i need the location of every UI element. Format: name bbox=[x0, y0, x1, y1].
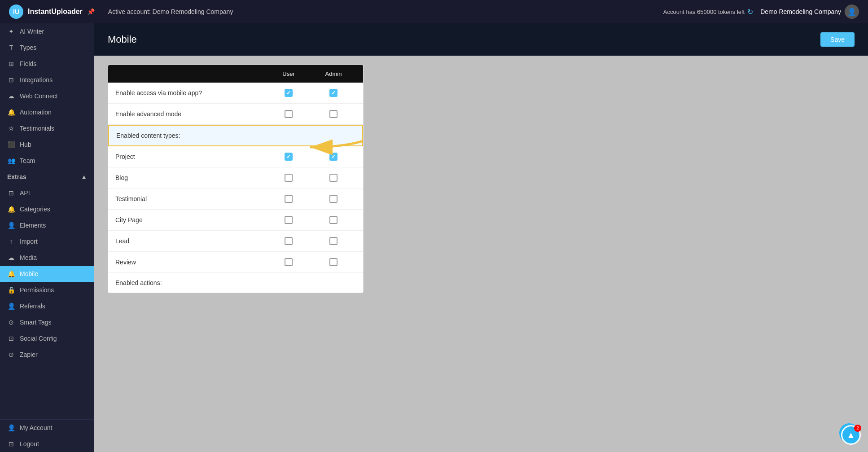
checkbox-cell-admin[interactable] bbox=[311, 174, 356, 182]
sidebar-item-api[interactable]: ⊡ API bbox=[0, 185, 94, 201]
sidebar-item-smart-tags[interactable]: ⊙ Smart Tags bbox=[0, 314, 94, 330]
row-label: Blog bbox=[115, 174, 266, 181]
checkbox-admin-advanced-mode[interactable] bbox=[329, 110, 338, 118]
tokens-label: Account has 650000 tokens left bbox=[663, 9, 745, 15]
sidebar-label-team: Team bbox=[20, 157, 35, 164]
table-row: City Page bbox=[108, 210, 363, 231]
sidebar-item-import[interactable]: ↑ Import bbox=[0, 233, 94, 250]
table-row: Project bbox=[108, 146, 363, 167]
app-name: InstantUploader bbox=[28, 8, 83, 16]
checkbox-cell-user[interactable] bbox=[266, 195, 311, 203]
sidebar-item-categories[interactable]: 🔔 Categories bbox=[0, 201, 94, 217]
row-label: Enable access via mobile app? bbox=[115, 89, 266, 97]
logo-icon[interactable]: IU bbox=[9, 4, 23, 19]
sidebar-label-mobile: Mobile bbox=[20, 270, 38, 277]
refresh-icon[interactable]: ↻ bbox=[747, 8, 753, 16]
sidebar-item-testimonials[interactable]: ✫ Testimonials bbox=[0, 120, 94, 136]
sidebar-label-smart-tags: Smart Tags bbox=[20, 319, 52, 326]
sidebar-item-automation[interactable]: 🔔 Automation bbox=[0, 104, 94, 120]
sidebar: ✦ AI Writer T Types ⊞ Fields ⊡ Integrati… bbox=[0, 23, 94, 452]
checkbox-user-mobile-access[interactable] bbox=[285, 89, 293, 97]
row-label-enabled-actions: Enabled actions: bbox=[115, 279, 266, 286]
sidebar-bottom: 👤 My Account ⊡ Logout bbox=[0, 419, 94, 452]
sidebar-label-categories: Categories bbox=[20, 206, 50, 213]
media-icon: ☁ bbox=[7, 254, 15, 261]
sidebar-label-import: Import bbox=[20, 238, 38, 245]
checkbox-user-testimonial[interactable] bbox=[285, 195, 293, 203]
sidebar-item-team[interactable]: 👥 Team bbox=[0, 153, 94, 169]
checkbox-admin-blog[interactable] bbox=[329, 174, 338, 182]
sidebar-item-referrals[interactable]: 👤 Referrals bbox=[0, 298, 94, 314]
table-header-item bbox=[115, 70, 266, 77]
layout: ✦ AI Writer T Types ⊞ Fields ⊡ Integrati… bbox=[0, 23, 868, 452]
checkbox-cell-user[interactable] bbox=[266, 89, 311, 97]
checkbox-cell-admin[interactable] bbox=[311, 216, 356, 224]
mobile-icon: 🔔 bbox=[7, 270, 15, 277]
my-account-icon: 👤 bbox=[7, 424, 15, 431]
pin-icon[interactable]: 📌 bbox=[87, 8, 95, 15]
checkbox-admin-lead[interactable] bbox=[329, 237, 338, 245]
sidebar-item-logout[interactable]: ⊡ Logout bbox=[0, 436, 94, 452]
checkbox-user-lead[interactable] bbox=[285, 237, 293, 245]
sidebar-item-permissions[interactable]: 🔒 Permissions bbox=[0, 282, 94, 298]
sidebar-item-integrations[interactable]: ⊡ Integrations bbox=[0, 72, 94, 88]
checkbox-cell-user[interactable] bbox=[266, 258, 311, 266]
sidebar-item-web-connect[interactable]: ☁ Web Connect bbox=[0, 88, 94, 104]
sidebar-item-zapier[interactable]: ⊙ Zapier bbox=[0, 347, 94, 363]
notification-badge: 2 bbox=[854, 425, 861, 432]
checkbox-cell-admin[interactable] bbox=[311, 258, 356, 266]
referrals-icon: 👤 bbox=[7, 303, 15, 310]
scroll-top-button[interactable]: ▲ 2 bbox=[841, 425, 861, 445]
checkbox-user-project[interactable] bbox=[285, 153, 293, 161]
page-header: Mobile Save bbox=[94, 23, 868, 56]
checkbox-cell-user[interactable] bbox=[266, 174, 311, 182]
checkbox-user-advanced-mode[interactable] bbox=[285, 110, 293, 118]
sidebar-item-social-config[interactable]: ⊡ Social Config bbox=[0, 330, 94, 347]
checkbox-cell-admin[interactable] bbox=[311, 89, 356, 97]
checkbox-admin-testimonial[interactable] bbox=[329, 195, 338, 203]
row-label: Testimonial bbox=[115, 195, 266, 202]
logout-icon: ⊡ bbox=[7, 440, 15, 448]
avatar[interactable]: 👤 bbox=[845, 4, 859, 19]
checkbox-admin-city-page[interactable] bbox=[329, 216, 338, 224]
sidebar-label-zapier: Zapier bbox=[20, 351, 38, 358]
sidebar-item-hub[interactable]: ⬛ Hub bbox=[0, 136, 94, 153]
save-button[interactable]: Save bbox=[820, 32, 855, 47]
row-label: City Page bbox=[115, 216, 266, 224]
permissions-icon: 🔒 bbox=[7, 286, 15, 294]
checkbox-admin-review[interactable] bbox=[329, 258, 338, 266]
ai-writer-icon: ✦ bbox=[7, 28, 15, 35]
checkbox-cell-user[interactable] bbox=[266, 153, 311, 161]
sidebar-item-fields[interactable]: ⊞ Fields bbox=[0, 56, 94, 72]
sidebar-item-ai-writer[interactable]: ✦ AI Writer bbox=[0, 23, 94, 39]
table-row: Enable advanced mode bbox=[108, 104, 363, 125]
page-title: Mobile bbox=[108, 34, 137, 45]
sidebar-item-elements[interactable]: 👤 Elements bbox=[0, 217, 94, 233]
table-row: Enable access via mobile app? bbox=[108, 83, 363, 104]
sidebar-item-media[interactable]: ☁ Media bbox=[0, 250, 94, 266]
checkbox-cell-user[interactable] bbox=[266, 237, 311, 245]
sidebar-label-web-connect: Web Connect bbox=[20, 92, 58, 100]
table-row: Lead bbox=[108, 231, 363, 252]
sidebar-item-mobile[interactable]: 🔔 Mobile bbox=[0, 266, 94, 282]
active-account-label: Active account: Demo Remodeling Company bbox=[108, 8, 233, 15]
extras-chevron-icon: ▲ bbox=[81, 173, 87, 180]
sidebar-section-extras[interactable]: Extras ▲ bbox=[0, 169, 94, 185]
checkbox-admin-mobile-access[interactable] bbox=[329, 89, 338, 97]
checkbox-user-review[interactable] bbox=[285, 258, 293, 266]
checkbox-cell-admin[interactable] bbox=[311, 237, 356, 245]
sidebar-item-my-account[interactable]: 👤 My Account bbox=[0, 420, 94, 436]
header-right: Account has 650000 tokens left ↻ Demo Re… bbox=[663, 4, 859, 19]
checkbox-cell-admin[interactable] bbox=[311, 153, 356, 161]
checkbox-user-blog[interactable] bbox=[285, 174, 293, 182]
checkbox-cell-admin[interactable] bbox=[311, 195, 356, 203]
row-label: Enable advanced mode bbox=[115, 110, 266, 118]
checkbox-cell-admin[interactable] bbox=[311, 110, 356, 118]
table-row: Blog bbox=[108, 167, 363, 189]
checkbox-cell-user[interactable] bbox=[266, 110, 311, 118]
checkbox-user-city-page[interactable] bbox=[285, 216, 293, 224]
sidebar-item-types[interactable]: T Types bbox=[0, 39, 94, 56]
checkbox-admin-project[interactable] bbox=[329, 153, 338, 161]
web-connect-icon: ☁ bbox=[7, 92, 15, 100]
checkbox-cell-user[interactable] bbox=[266, 216, 311, 224]
